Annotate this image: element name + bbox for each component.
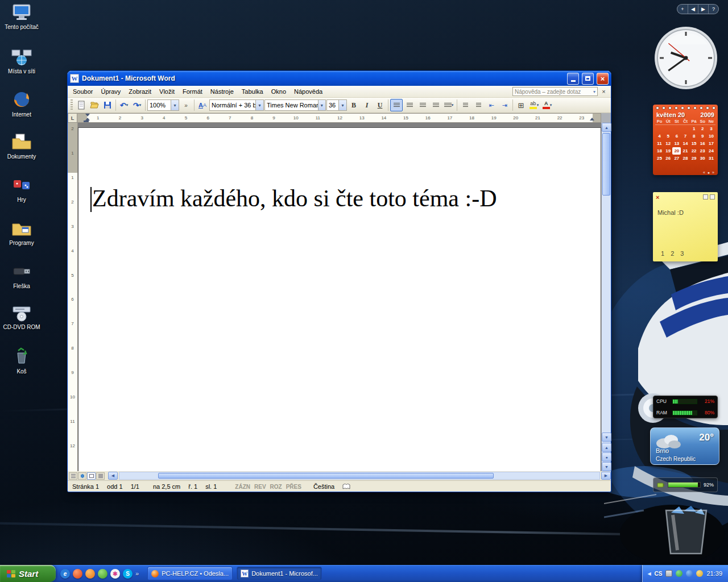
language-indicator[interactable]: CS	[655, 571, 663, 577]
styles-and-formatting-icon[interactable]: AA	[196, 99, 209, 111]
calendar-date[interactable]: 25	[655, 155, 664, 162]
dock-add-button[interactable]: +	[677, 5, 688, 14]
new-document-button[interactable]	[75, 99, 88, 111]
menu-item[interactable]: Okno	[267, 87, 290, 96]
left-indent-marker[interactable]	[84, 120, 89, 122]
note-edit-icon[interactable]	[703, 194, 708, 199]
start-button[interactable]: Start	[0, 565, 56, 582]
desktop-icon-flash-drive[interactable]: Fleška	[0, 260, 43, 290]
menu-item[interactable]: Zobrazit	[125, 87, 155, 96]
bullets-button[interactable]	[472, 99, 485, 111]
horizontal-scroll-track[interactable]	[119, 472, 600, 480]
calendar-date[interactable]: 9	[698, 132, 707, 140]
scroll-down-button[interactable]: ▼	[602, 433, 611, 442]
align-center-button[interactable]	[403, 99, 416, 111]
maximize-button[interactable]	[582, 73, 594, 85]
web-layout-view-button[interactable]	[78, 472, 86, 480]
chevron-down-icon[interactable]: ▾	[338, 100, 346, 110]
note-close-icon[interactable]: ×	[656, 194, 659, 201]
calendar-date[interactable]: 16	[698, 140, 707, 147]
recycle-bin-large[interactable]	[654, 499, 718, 558]
desktop-icon-network-places[interactable]: Místa v síti	[0, 45, 43, 75]
calendar-date[interactable]: 19	[664, 147, 672, 155]
calendar-date[interactable]: 22	[690, 147, 698, 155]
calendar-date[interactable]: 2	[698, 125, 707, 132]
taskbar-button-browser[interactable]: PC-HELP.CZ • Odesla...	[147, 567, 233, 580]
close-document-button[interactable]: ×	[599, 88, 608, 96]
calendar-date[interactable]	[664, 125, 672, 132]
menu-item[interactable]: Formát	[179, 87, 206, 96]
desktop-icon-documents[interactable]: Dokumenty	[0, 131, 43, 160]
browse-previous-button[interactable]: ▲	[602, 443, 611, 452]
font-size-select[interactable]: 36 ▾	[326, 99, 347, 111]
calendar-date[interactable]: 5	[664, 132, 672, 140]
weather-widget[interactable]: 20° Brno Czech Republic	[650, 427, 719, 465]
desktop-icon-internet[interactable]: Internet	[0, 89, 43, 118]
clock[interactable]: 21:39	[706, 570, 722, 577]
media-player-icon[interactable]	[73, 569, 82, 579]
spelling-book-icon[interactable]	[342, 483, 350, 490]
calendar-date[interactable]: 31	[707, 155, 715, 162]
calendar-date[interactable]: 26	[664, 155, 672, 162]
chevron-down-icon[interactable]: ▾	[171, 100, 179, 110]
calendar-date[interactable]: 6	[672, 132, 681, 140]
document-page[interactable]: Zdravím každého, kdo si čte toto téma :-…	[78, 128, 601, 471]
calendar-date[interactable]: 13	[672, 140, 681, 147]
menu-item[interactable]: Nápověda	[290, 87, 326, 96]
help-query-box[interactable]: Nápověda – zadejte dotaz ▾	[512, 87, 598, 96]
calendar-date[interactable]: 20	[672, 147, 681, 155]
horizontal-scroll-thumb[interactable]	[158, 473, 494, 479]
scroll-up-button[interactable]: ▲	[602, 123, 611, 132]
tray-collapse-icon[interactable]: ◀	[647, 571, 651, 576]
font-select[interactable]: Times New Roman ▾	[264, 99, 326, 111]
dock-previous-button[interactable]: ◀	[688, 5, 698, 14]
browse-next-button[interactable]: ▼	[602, 462, 611, 471]
decrease-indent-button[interactable]: ⇤	[485, 99, 498, 111]
status-mode-toggle[interactable]: REV	[254, 484, 266, 490]
calendar-widget[interactable]: květen 20 2009 PoÚtStČtPáSoNe 1234567891…	[653, 105, 718, 175]
keyboard-tray-icon[interactable]	[665, 570, 672, 577]
calendar-date[interactable]: 8	[690, 132, 698, 140]
note-new-icon[interactable]	[710, 194, 715, 199]
save-button[interactable]	[101, 99, 114, 111]
calendar-date[interactable]: 18	[655, 147, 664, 155]
menu-item[interactable]: Tabulka	[238, 87, 267, 96]
open-button[interactable]	[88, 99, 101, 111]
calendar-date[interactable]: 24	[707, 147, 715, 155]
style-select[interactable]: Normální + 36 b ▾	[209, 99, 264, 111]
sticky-note-widget[interactable]: × Michal :D 1 2 3	[653, 192, 718, 261]
note-footer-text[interactable]: 1 2 3	[661, 250, 686, 257]
scroll-right-button[interactable]: ▶	[601, 472, 611, 480]
bold-button[interactable]: B	[348, 99, 360, 111]
status-mode-toggle[interactable]: ZÁZN	[235, 484, 250, 490]
align-right-button[interactable]	[416, 99, 429, 111]
menu-item[interactable]: Vložit	[155, 87, 179, 96]
calendar-date[interactable]: 23	[698, 147, 707, 155]
menu-item[interactable]: Soubor	[69, 87, 97, 96]
calendar-date[interactable]	[681, 125, 689, 132]
minimize-button[interactable]	[567, 73, 579, 85]
quick-launch-overflow-icon[interactable]: »	[135, 570, 139, 577]
desktop-icon-programs[interactable]: Programy	[0, 217, 43, 247]
select-browse-object-button[interactable]: ●	[602, 452, 611, 462]
highlight-button[interactable]: ab▾	[528, 99, 540, 111]
line-spacing-button[interactable]: ▾	[442, 99, 455, 111]
icq-flower-icon[interactable]: ✱	[110, 569, 120, 579]
vertical-scroll-thumb[interactable]	[602, 133, 610, 196]
calendar-date[interactable]: 28	[681, 155, 689, 162]
status-mode-toggle[interactable]: ROZ	[270, 484, 282, 490]
chevron-down-icon[interactable]: ▾	[255, 100, 263, 110]
volume-tray-icon[interactable]	[696, 570, 703, 577]
calendar-date[interactable]: 17	[707, 140, 715, 147]
calendar-date[interactable]: 21	[681, 147, 689, 155]
desktop-icon-recycle-bin[interactable]: Koš	[0, 346, 43, 375]
calendar-date[interactable]: 30	[698, 155, 707, 162]
outline-view-button[interactable]	[96, 472, 105, 480]
underline-button[interactable]: U	[374, 99, 386, 111]
desktop-icon-my-computer[interactable]: Tento počítač	[0, 1, 43, 31]
calendar-date[interactable]	[672, 125, 681, 132]
horizontal-ruler[interactable]: 1234567891011121314151617181920212223	[77, 113, 601, 123]
calendar-date[interactable]: 27	[672, 155, 681, 162]
calendar-date[interactable]: 4	[655, 132, 664, 140]
vertical-ruler[interactable]: 21123456789101112	[68, 123, 78, 471]
